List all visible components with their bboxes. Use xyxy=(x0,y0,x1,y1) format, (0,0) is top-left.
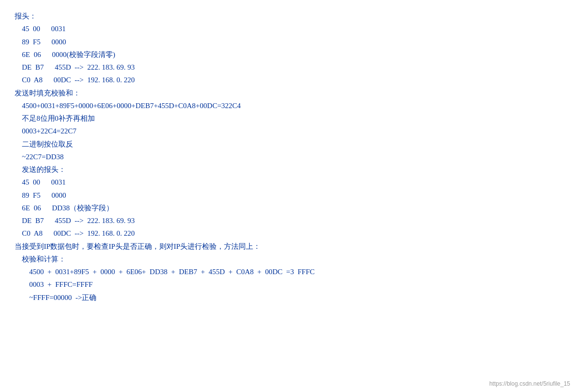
text-line: 不足8位用0补齐再相加 xyxy=(15,112,560,125)
main-content: 报头： 45 00 0031 89 F5 0000 6E 06 0000(校验字… xyxy=(15,10,560,304)
text-line: 6E 06 DD38（校验字段） xyxy=(15,202,560,214)
text-line: 89 F5 0000 xyxy=(15,189,560,202)
text-line: 4500 + 0031+89F5 + 0000 + 6E06+ DD38 + D… xyxy=(15,265,560,278)
text-line: C0 A8 00DC --> 192. 168. 0. 220 xyxy=(15,227,560,240)
watermark: https://blog.csdn.net/5riufile_15 xyxy=(489,380,570,387)
text-line: 校验和计算： xyxy=(15,253,560,265)
text-line: ~FFFF=00000 ->正确 xyxy=(15,291,560,304)
text-line: 报头： xyxy=(15,10,560,22)
text-line: DE B7 455D --> 222. 183. 69. 93 xyxy=(15,214,560,227)
text-line: 89 F5 0000 xyxy=(15,36,560,48)
text-line: 6E 06 0000(校验字段清零) xyxy=(15,48,560,61)
text-line: 当接受到IP数据包时，要检查IP头是否正确，则对IP头进行检验，方法同上： xyxy=(15,240,560,253)
text-line: DE B7 455D --> 222. 183. 69. 93 xyxy=(15,61,560,74)
text-line: 45 00 0031 xyxy=(15,22,560,35)
text-line: 4500+0031+89F5+0000+6E06+0000+DEB7+455D+… xyxy=(15,99,560,112)
text-line: ~22C7=DD38 xyxy=(15,150,560,163)
text-line: 发送的报头： xyxy=(15,163,560,176)
text-line: 0003+22C4=22C7 xyxy=(15,125,560,137)
text-line: 45 00 0031 xyxy=(15,176,560,188)
text-line: 发送时填充校验和： xyxy=(15,87,560,99)
text-line: 二进制按位取反 xyxy=(15,138,560,150)
text-line: C0 A8 00DC --> 192. 168. 0. 220 xyxy=(15,74,560,86)
text-line: 0003 + FFFC=FFFF xyxy=(15,278,560,291)
